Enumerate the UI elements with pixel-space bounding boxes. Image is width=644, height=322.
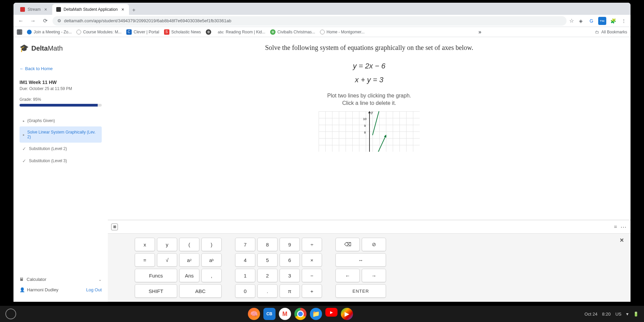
key-y[interactable]: y xyxy=(157,238,177,251)
key-ans[interactable]: Ans xyxy=(179,269,199,282)
check-icon: ✓ xyxy=(22,146,26,151)
key-clear[interactable]: ⊘ xyxy=(362,238,386,251)
all-bookmarks-button[interactable]: 🗀All Bookmarks xyxy=(595,30,627,34)
key-funcs[interactable]: Funcs xyxy=(135,269,177,282)
key-multiply[interactable]: × xyxy=(302,253,322,267)
key-3[interactable]: 3 xyxy=(280,269,300,282)
close-icon[interactable]: × xyxy=(120,7,125,12)
graduation-cap-icon: 🎓 xyxy=(20,44,29,53)
system-tray[interactable]: Oct 24 8:20 US ▾ 🔋 xyxy=(584,311,639,317)
youtube-icon[interactable]: ▶ xyxy=(325,308,337,317)
key-8[interactable]: 8 xyxy=(257,238,278,251)
key-minus[interactable]: − xyxy=(302,269,322,282)
user-icon: 👤 xyxy=(20,287,25,292)
graph-canvas[interactable]: y 10 9 8 xyxy=(319,111,420,152)
topic-item[interactable]: ✓Substitution (Level 3) xyxy=(20,155,102,167)
bookmark-item[interactable]: Course Modules: M... xyxy=(76,30,122,34)
bookmark-item[interactable]: Home - Montgomer... xyxy=(320,30,365,34)
key-equals[interactable]: = xyxy=(135,253,155,267)
url-field[interactable]: ⚙ deltamath.com/app/student/3494379/2099… xyxy=(53,16,567,26)
app-icon[interactable]: CB xyxy=(263,308,276,320)
key-7[interactable]: 7 xyxy=(235,238,255,251)
bookmark-item[interactable]: SScholastic News xyxy=(164,29,201,35)
key-enter[interactable]: ENTER xyxy=(335,284,386,298)
key-lparen[interactable]: ( xyxy=(179,238,199,251)
menu-icon[interactable]: ⋮ xyxy=(620,17,628,25)
new-tab-button[interactable]: + xyxy=(129,5,138,15)
key-0[interactable]: 0 xyxy=(235,284,255,298)
key-5[interactable]: 5 xyxy=(257,253,278,267)
bookmark-item[interactable]: CClever | Portal xyxy=(126,29,159,35)
bookmark-item[interactable]: ⊕ xyxy=(206,29,213,35)
apps-button[interactable]: ⋮⋮ xyxy=(17,29,22,35)
gmail-icon[interactable]: M xyxy=(279,308,291,320)
play-store-icon[interactable]: ▶ xyxy=(341,308,353,320)
keypad-toggle-icon[interactable]: ⊞ xyxy=(111,224,118,230)
bookmarks-overflow[interactable]: » xyxy=(478,29,481,35)
key-square[interactable]: a2 xyxy=(179,253,199,267)
reload-button[interactable]: ⟳ xyxy=(40,16,50,26)
extension-icon[interactable]: G xyxy=(587,17,595,25)
keys-variables: x y ( ) = √ a2 ab Funcs Ans , SHIFT ABC xyxy=(135,238,222,298)
taskbar: 🧠 CB M 📁 ▶ ▶ Oct 24 8:20 US ▾ 🔋 xyxy=(0,306,644,322)
browser-tab-1[interactable]: DeltaMath Student Application × xyxy=(52,4,129,15)
app-icon[interactable]: 🧠 xyxy=(248,308,260,320)
bookmark-item[interactable]: abcReading Room | Kid... xyxy=(218,30,265,34)
topic-item[interactable]: ✓Substitution (Level 2) xyxy=(20,143,102,155)
bookmark-item[interactable]: ⊕Civiballs Christmas... xyxy=(270,29,315,35)
key-x[interactable]: x xyxy=(135,238,155,251)
key-divide[interactable]: ÷ xyxy=(302,238,322,251)
arrow-icon: ▸ xyxy=(23,133,25,137)
calculator-icon: 🖩 xyxy=(20,277,24,282)
extensions-menu-icon[interactable]: 🧩 xyxy=(609,17,617,25)
forward-button[interactable]: → xyxy=(28,16,38,26)
calculator-toggle[interactable]: 🖩Calculator ⌄ xyxy=(20,274,102,285)
user-row: 👤Harmoni Dudley Log Out xyxy=(20,285,102,295)
topic-list: ▸(Graphs Given) ▸Solve Linear System Gra… xyxy=(20,115,102,167)
launcher-button[interactable] xyxy=(5,309,16,319)
site-settings-icon[interactable]: ⚙ xyxy=(57,18,61,23)
equation-2: x + y = 3 xyxy=(121,76,617,84)
key-2[interactable]: 2 xyxy=(257,269,278,282)
taskbar-apps: 🧠 CB M 📁 ▶ ▶ xyxy=(248,308,353,320)
key-left[interactable]: ← xyxy=(335,269,360,282)
logout-link[interactable]: Log Out xyxy=(86,287,102,292)
key-backspace[interactable]: ⌫ xyxy=(335,238,360,251)
close-icon[interactable]: × xyxy=(43,7,48,12)
key-swap[interactable]: ↔ xyxy=(335,253,386,267)
key-9[interactable]: 9 xyxy=(280,238,300,251)
key-1[interactable]: 1 xyxy=(235,269,255,282)
extension-icon[interactable]: ◈ xyxy=(577,17,585,25)
files-icon[interactable]: 📁 xyxy=(310,308,322,320)
browser-tab-0[interactable]: Stream × xyxy=(16,4,52,15)
back-button[interactable]: ← xyxy=(16,16,26,26)
topic-item-active[interactable]: ▸Solve Linear System Graphically (Lev. 2… xyxy=(20,126,102,143)
favicon-icon xyxy=(20,7,25,12)
key-comma[interactable]: , xyxy=(201,269,222,282)
topic-item[interactable]: ▸(Graphs Given) xyxy=(20,115,102,126)
more-icon[interactable]: ⋯ xyxy=(620,223,627,231)
sidebar-footer: 🖩Calculator ⌄ 👤Harmoni Dudley Log Out xyxy=(20,274,102,295)
close-keyboard-button[interactable]: × xyxy=(620,236,624,244)
bookmark-item[interactable]: Join a Meeting - Zo... xyxy=(27,30,72,34)
key-power[interactable]: ab xyxy=(201,253,222,267)
locale-label: US xyxy=(615,312,621,317)
key-right[interactable]: → xyxy=(362,269,386,282)
key-6[interactable]: 6 xyxy=(280,253,300,267)
back-to-home-link[interactable]: ← Back to Home xyxy=(20,66,102,71)
key-4[interactable]: 4 xyxy=(235,253,255,267)
chrome-icon[interactable] xyxy=(294,308,307,320)
key-dot[interactable]: . xyxy=(257,284,278,298)
url-text: deltamath.com/app/student/3494379/209920… xyxy=(64,18,231,23)
key-sqrt[interactable]: √ xyxy=(157,253,177,267)
bookmark-star-icon[interactable]: ☆ xyxy=(569,18,574,24)
math-input-field[interactable] xyxy=(121,223,611,231)
key-plus[interactable]: + xyxy=(302,284,322,298)
key-rparen[interactable]: ) xyxy=(201,238,222,251)
key-pi[interactable]: π xyxy=(280,284,300,298)
deltamath-logo[interactable]: 🎓 DeltaMath xyxy=(20,44,102,53)
extension-icon[interactable]: ᴛᴍ xyxy=(598,17,606,25)
key-abc[interactable]: ABC xyxy=(179,284,222,298)
date-label: Oct 24 xyxy=(584,312,597,317)
key-shift[interactable]: SHIFT xyxy=(135,284,177,298)
